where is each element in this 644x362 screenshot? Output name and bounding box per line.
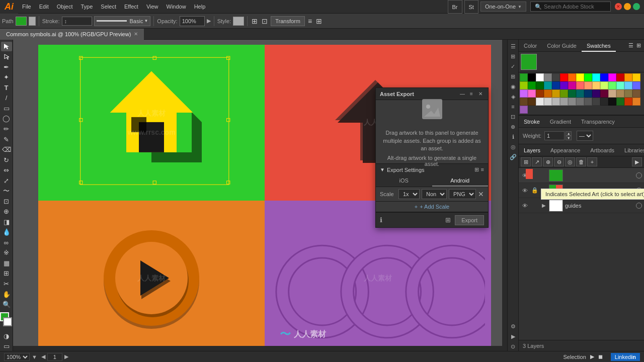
- swatch-cell[interactable]: [632, 73, 640, 81]
- dialog-close-btn[interactable]: ✕: [477, 90, 484, 98]
- swatch-cell[interactable]: [544, 98, 552, 106]
- locate-icon[interactable]: ◎: [565, 157, 575, 166]
- transform-btn[interactable]: ⊡: [261, 16, 269, 26]
- swatch-cell[interactable]: [560, 73, 568, 81]
- maximize-button[interactable]: [633, 3, 640, 10]
- reflect-tool[interactable]: ⇔: [1, 165, 12, 175]
- pathfinder-btn[interactable]: ⊞: [315, 16, 323, 26]
- swatch-cell[interactable]: [536, 98, 544, 106]
- appearance-icon[interactable]: ◈: [509, 92, 518, 101]
- layers-icon[interactable]: ⊞: [509, 52, 518, 61]
- swatch-cell[interactable]: [608, 89, 616, 98]
- menu-help[interactable]: Help: [190, 0, 210, 14]
- swatch-cell[interactable]: [544, 73, 552, 81]
- settings-more-icon[interactable]: ≡: [481, 166, 484, 173]
- transform-icon[interactable]: ⊡: [509, 112, 518, 121]
- play-btn[interactable]: ▶: [590, 353, 594, 360]
- color-mode-icon[interactable]: ◑: [1, 331, 12, 341]
- stroke-indicator[interactable]: ↕: [62, 17, 92, 26]
- guides-layer-row[interactable]: 👁 ▶ guides: [519, 198, 644, 213]
- connect-icon[interactable]: ⊙: [509, 342, 518, 351]
- swatch-cell[interactable]: [568, 98, 576, 106]
- rotate-tool[interactable]: ↻: [1, 155, 12, 165]
- swatch-cell[interactable]: [584, 81, 592, 89]
- info-button[interactable]: ℹ: [380, 216, 382, 224]
- menu-edit[interactable]: Edit: [35, 0, 53, 14]
- direct-selection-tool[interactable]: [1, 52, 12, 62]
- menu-object[interactable]: Object: [53, 0, 77, 14]
- eraser-tool[interactable]: ⌫: [1, 145, 12, 154]
- line-tool[interactable]: /: [1, 94, 12, 103]
- ellipse-tool[interactable]: ◯: [1, 114, 12, 124]
- artboard-tool[interactable]: ⊞: [1, 269, 12, 279]
- dialog-options-btn[interactable]: ≡: [468, 90, 475, 98]
- appearance-tab[interactable]: Appearance: [545, 144, 585, 156]
- layers-tab[interactable]: Layers: [519, 144, 545, 156]
- menu-type[interactable]: Type: [77, 0, 97, 14]
- style-box[interactable]: [233, 17, 244, 26]
- swatch-cell[interactable]: [528, 81, 536, 89]
- swatch-cell[interactable]: [608, 81, 616, 89]
- swatch-cell[interactable]: [560, 89, 568, 98]
- pen-tool[interactable]: ✒: [1, 62, 12, 72]
- minimize-button[interactable]: [624, 3, 631, 10]
- dialog-collapse-btn[interactable]: —: [459, 90, 466, 98]
- symbols-icon[interactable]: ⊞: [509, 72, 518, 81]
- paintbrush-tool[interactable]: ✏: [1, 124, 12, 134]
- symbol-sprayer-tool[interactable]: ※: [1, 248, 12, 258]
- swatch-cell[interactable]: [536, 89, 544, 98]
- artboards-tab[interactable]: Artboards: [585, 144, 619, 156]
- swatch-cell[interactable]: [632, 89, 640, 98]
- scrollbar-vertical[interactable]: [502, 40, 507, 346]
- gradient-tab[interactable]: Gradient: [545, 116, 576, 128]
- swatch-cell[interactable]: [616, 73, 624, 81]
- graphic-styles-icon[interactable]: ◉: [509, 82, 518, 91]
- search-bar[interactable]: 🔍: [530, 2, 611, 12]
- stop-btn[interactable]: ◼: [598, 353, 603, 360]
- stroke-options-select[interactable]: —: [577, 131, 593, 141]
- swatch-cell[interactable]: [592, 98, 600, 106]
- type-tool[interactable]: T: [1, 83, 12, 93]
- screen-mode-btn[interactable]: ▭: [1, 341, 12, 351]
- zoom-tool[interactable]: 🔍: [1, 300, 12, 309]
- swatch-cell[interactable]: [528, 73, 536, 81]
- swatch-cell[interactable]: [520, 89, 528, 98]
- selected-art-row[interactable]: 👁: [519, 168, 644, 183]
- swatch-cell[interactable]: [600, 89, 608, 98]
- release-icon[interactable]: ⊖: [554, 157, 564, 166]
- swatches-tab[interactable]: Swatches: [582, 40, 616, 52]
- swatch-cell[interactable]: [552, 98, 560, 106]
- new-layer-icon[interactable]: +: [587, 157, 597, 166]
- blend-tool[interactable]: ∞: [1, 238, 12, 247]
- opacity-input[interactable]: [180, 16, 205, 26]
- page-input[interactable]: [47, 353, 62, 361]
- column-graph-tool[interactable]: ▦: [1, 258, 12, 268]
- swatch-cell[interactable]: [632, 98, 640, 106]
- swatch-cell[interactable]: [624, 81, 632, 89]
- swatch-cell[interactable]: [552, 89, 560, 98]
- swatch-cell[interactable]: [528, 89, 536, 98]
- swatch-cell[interactable]: [568, 89, 576, 98]
- swatch-cell[interactable]: [544, 81, 552, 89]
- expand-icon-2[interactable]: ▶: [541, 187, 547, 195]
- doc-tab-close[interactable]: ✕: [134, 29, 138, 40]
- swatch-cell[interactable]: [600, 73, 608, 81]
- weight-down-btn[interactable]: ▼: [566, 136, 572, 140]
- slice-tool[interactable]: ✂: [1, 279, 12, 289]
- zoom-arrow[interactable]: ▼: [32, 354, 37, 360]
- swatch-cell[interactable]: [584, 73, 592, 81]
- page-next-btn[interactable]: ▶: [64, 353, 68, 360]
- export-button[interactable]: Export: [455, 215, 484, 225]
- envelope-distort-btn[interactable]: ⊞: [251, 16, 259, 26]
- swatch-cell[interactable]: [520, 98, 528, 106]
- color-guide-tab[interactable]: Color Guide: [542, 40, 582, 52]
- properties-icon[interactable]: ☰: [509, 42, 518, 51]
- page-prev-btn[interactable]: ◀: [41, 353, 45, 360]
- swatch-cell[interactable]: [600, 81, 608, 89]
- stroke-tab[interactable]: Stroke: [519, 116, 545, 128]
- remove-scale-btn[interactable]: ✕: [478, 190, 484, 198]
- libraries-tab[interactable]: Libraries: [619, 144, 644, 156]
- align-btn[interactable]: ≡: [307, 16, 313, 26]
- swatch-cell[interactable]: [536, 81, 544, 89]
- close-button[interactable]: ✕: [615, 3, 622, 10]
